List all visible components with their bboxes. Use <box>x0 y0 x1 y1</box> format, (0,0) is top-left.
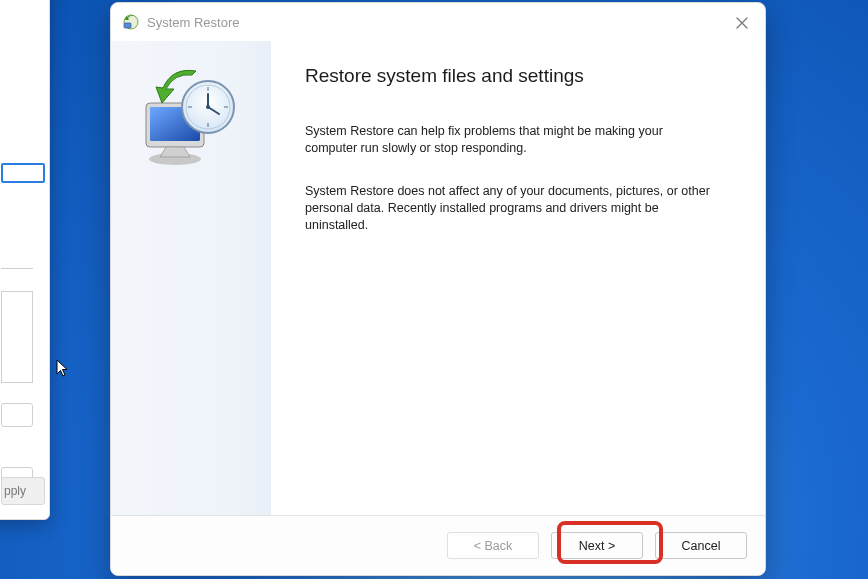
dialog-content: Restore system files and settings System… <box>111 41 765 515</box>
cancel-button-label: Cancel <box>682 539 721 553</box>
titlebar: System Restore <box>111 3 765 41</box>
wizard-sidebar <box>111 41 271 515</box>
next-button[interactable]: Next > <box>551 532 643 559</box>
window-title: System Restore <box>147 15 239 30</box>
background-separator <box>1 268 33 269</box>
background-window: pply <box>0 0 50 520</box>
apply-button[interactable]: pply <box>1 477 45 505</box>
back-button-label: < Back <box>474 539 513 553</box>
system-restore-graphic-icon <box>136 67 246 177</box>
intro-paragraph-2: System Restore does not affect any of yo… <box>305 183 715 234</box>
wizard-main: Restore system files and settings System… <box>271 41 765 515</box>
back-button: < Back <box>447 532 539 559</box>
intro-paragraph-1: System Restore can help fix problems tha… <box>305 123 715 157</box>
svg-point-14 <box>206 105 210 109</box>
close-icon <box>736 17 748 29</box>
system-restore-dialog: System Restore <box>110 2 766 576</box>
page-heading: Restore system files and settings <box>305 65 731 87</box>
close-button[interactable] <box>727 11 757 35</box>
background-button-1[interactable] <box>1 403 33 427</box>
apply-button-label: pply <box>4 484 26 498</box>
svg-rect-1 <box>124 23 131 28</box>
background-selected-field[interactable] <box>1 163 45 183</box>
wizard-footer: < Back Next > Cancel <box>111 515 765 575</box>
cancel-button[interactable]: Cancel <box>655 532 747 559</box>
system-restore-icon <box>121 13 139 31</box>
background-listbox[interactable] <box>1 291 33 383</box>
next-button-label: Next > <box>579 539 615 553</box>
